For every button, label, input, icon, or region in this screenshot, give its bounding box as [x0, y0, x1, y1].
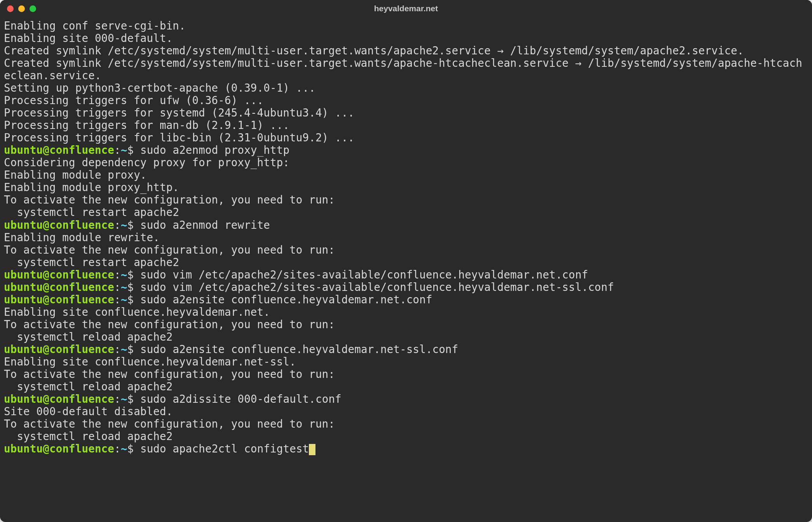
output-line: Enabling module proxy_http.: [4, 181, 179, 193]
prompt-at: @: [43, 144, 49, 156]
prompt-colon: :: [114, 219, 121, 231]
output-line: Enabling site confluence.heyvaldemar.net…: [4, 306, 270, 318]
prompt-host: confluence: [49, 343, 114, 355]
prompt-dollar: $: [127, 442, 134, 455]
output-line: systemctl restart apache2: [4, 256, 179, 268]
output-line: Considering dependency proxy for proxy_h…: [4, 156, 289, 169]
command: sudo apache2ctl configtest: [140, 442, 309, 455]
command: sudo vim /etc/apache2/sites-available/co…: [140, 268, 588, 281]
prompt-path: ~: [121, 393, 127, 405]
output-line: systemctl restart apache2: [4, 206, 179, 218]
prompt-dollar: $: [127, 281, 134, 293]
prompt-user: ubuntu: [4, 144, 43, 156]
prompt-dollar: $: [127, 219, 134, 231]
output-line: To activate the new configuration, you n…: [4, 368, 335, 380]
command: sudo a2dissite 000-default.conf: [140, 393, 342, 405]
output-line: Enabling module proxy.: [4, 169, 147, 181]
command: sudo a2ensite confluence.heyvaldemar.net…: [140, 343, 458, 355]
prompt-dollar: $: [127, 144, 134, 156]
minimize-icon[interactable]: [18, 5, 25, 12]
output-line: Processing triggers for man-db (2.9.1-1)…: [4, 119, 289, 131]
output-line: Created symlink /etc/systemd/system/mult…: [4, 44, 744, 57]
command: sudo a2enmod rewrite: [140, 219, 270, 231]
output-line: Processing triggers for systemd (245.4-4…: [4, 106, 354, 119]
cursor-icon: [309, 444, 315, 455]
prompt-host: confluence: [49, 293, 114, 306]
output-line: Processing triggers for ufw (0.36-6) ...: [4, 94, 263, 106]
prompt-host: confluence: [49, 268, 114, 281]
traffic-lights: [7, 5, 36, 12]
prompt-dollar: $: [127, 343, 134, 355]
prompt-path: ~: [121, 442, 127, 455]
prompt-path: ~: [121, 219, 127, 231]
output-line: Enabling site 000-default.: [4, 32, 173, 44]
output-line: Enabling site confluence.heyvaldemar.net…: [4, 355, 296, 368]
prompt-dollar: $: [127, 293, 134, 306]
prompt-user: ubuntu: [4, 343, 43, 355]
prompt-user: ubuntu: [4, 442, 43, 455]
prompt-path: ~: [121, 343, 127, 355]
prompt-colon: :: [114, 442, 121, 455]
prompt-at: @: [43, 343, 49, 355]
output-line: To activate the new configuration, you n…: [4, 318, 335, 331]
prompt-host: confluence: [49, 219, 114, 231]
output-line: To activate the new configuration, you n…: [4, 418, 335, 430]
prompt-user: ubuntu: [4, 219, 43, 231]
prompt-dollar: $: [127, 393, 134, 405]
prompt-at: @: [43, 268, 49, 281]
prompt-colon: :: [114, 268, 121, 281]
command: sudo vim /etc/apache2/sites-available/co…: [140, 281, 614, 293]
output-line: systemctl reload apache2: [4, 380, 173, 393]
output-line: systemctl reload apache2: [4, 430, 173, 442]
command: sudo a2enmod proxy_http: [140, 144, 289, 156]
output-line: Created symlink /etc/systemd/system/mult…: [4, 57, 802, 82]
output-line: Processing triggers for libc-bin (2.31-0…: [4, 131, 354, 144]
prompt-path: ~: [121, 293, 127, 306]
prompt-colon: :: [114, 144, 121, 156]
prompt-at: @: [43, 293, 49, 306]
terminal-body[interactable]: Enabling conf serve-cgi-bin. Enabling si…: [0, 17, 812, 522]
prompt-path: ~: [121, 281, 127, 293]
prompt-dollar: $: [127, 268, 134, 281]
maximize-icon[interactable]: [30, 5, 36, 12]
prompt-path: ~: [121, 268, 127, 281]
output-line: To activate the new configuration, you n…: [4, 244, 335, 256]
prompt-colon: :: [114, 293, 121, 306]
output-line: systemctl reload apache2: [4, 331, 173, 343]
prompt-user: ubuntu: [4, 393, 43, 405]
prompt-at: @: [43, 442, 49, 455]
prompt-colon: :: [114, 343, 121, 355]
prompt-user: ubuntu: [4, 293, 43, 306]
prompt-colon: :: [114, 393, 121, 405]
output-line: Enabling conf serve-cgi-bin.: [4, 19, 186, 32]
output-line: Enabling module rewrite.: [4, 231, 160, 244]
prompt-path: ~: [121, 144, 127, 156]
prompt-at: @: [43, 219, 49, 231]
window-title: heyvaldemar.net: [374, 4, 438, 13]
prompt-at: @: [43, 393, 49, 405]
prompt-at: @: [43, 281, 49, 293]
prompt-host: confluence: [49, 442, 114, 455]
terminal-window: heyvaldemar.net Enabling conf serve-cgi-…: [0, 0, 812, 522]
titlebar[interactable]: heyvaldemar.net: [0, 0, 812, 17]
prompt-user: ubuntu: [4, 281, 43, 293]
prompt-host: confluence: [49, 393, 114, 405]
prompt-colon: :: [114, 281, 121, 293]
output-line: To activate the new configuration, you n…: [4, 193, 335, 206]
prompt-user: ubuntu: [4, 268, 43, 281]
prompt-host: confluence: [49, 281, 114, 293]
command: sudo a2ensite confluence.heyvaldemar.net…: [140, 293, 432, 306]
prompt-host: confluence: [49, 144, 114, 156]
output-line: Site 000-default disabled.: [4, 405, 173, 418]
close-icon[interactable]: [7, 5, 14, 12]
output-line: Setting up python3-certbot-apache (0.39.…: [4, 82, 315, 94]
